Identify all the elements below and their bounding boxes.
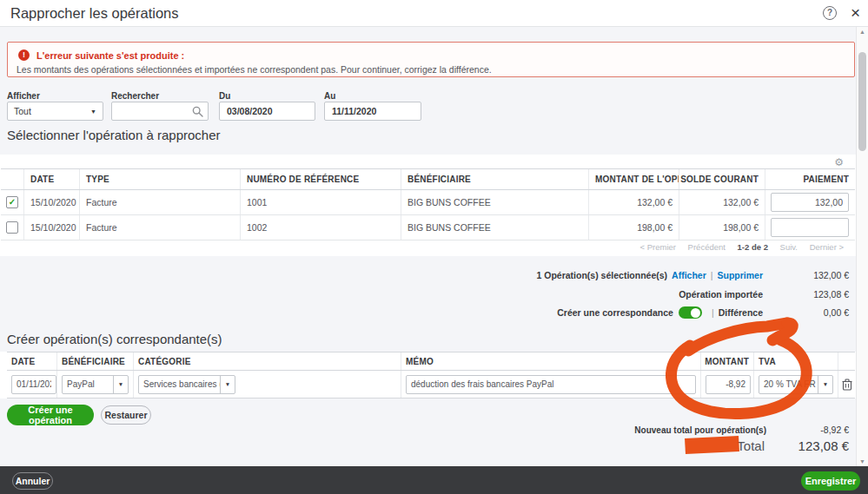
new-op-beneficiaire-select[interactable]: PayPal ▼	[62, 375, 129, 394]
scroll-up-icon[interactable]: ▲	[857, 29, 868, 35]
au-label: Au	[324, 91, 335, 101]
col2-beneficiaire: BÉNÉFICIAIRE	[57, 352, 134, 370]
imported-amount: 123,08 €	[763, 289, 849, 300]
footer-bar: Annuler Enregistrer	[0, 466, 868, 494]
col-solde-courant: SOLDE COURANT	[679, 169, 765, 189]
reconcile-dialog: Rapprocher les opérations ? × ▲ ▼ ! L'er…	[0, 0, 868, 494]
row2-paiement-input[interactable]	[771, 218, 849, 237]
new-op-montant-input[interactable]	[706, 375, 751, 394]
chevron-down-icon[interactable]: ▼	[113, 376, 128, 393]
difference-amount: 0,00 €	[763, 307, 849, 318]
col-paiement: PAIEMENT	[765, 169, 855, 189]
close-icon[interactable]: ×	[851, 3, 860, 23]
imported-label: Opération importée	[679, 289, 763, 300]
page-title: Rapprocher les opérations	[10, 5, 179, 22]
help-icon[interactable]: ?	[823, 6, 837, 20]
search-icon[interactable]	[192, 106, 203, 117]
row1-checkbox[interactable]: ✓	[6, 196, 18, 208]
gear-icon[interactable]: ⚙	[834, 156, 844, 168]
chevron-down-icon: ▼	[90, 109, 96, 115]
titlebar: Rapprocher les opérations ? ×	[0, 0, 868, 27]
pagination-last[interactable]: Dernier >	[810, 242, 844, 252]
table-row: 15/10/2020 Facture 1002 BIG BUNS COFFEE …	[1, 215, 855, 240]
create-table-header: DATE BÉNÉFICIAIRE CATÉGORIE MÉMO MONTANT…	[7, 352, 855, 371]
row1-ref: 1001	[241, 190, 401, 214]
operations-table-card: ⚙ DATE TYPE NUMÉRO DE RÉFÉRENCE BÉNÉFICI…	[0, 155, 856, 256]
error-banner: ! L'erreur suivante s'est produite : Les…	[7, 42, 855, 77]
rechercher-label: Rechercher	[111, 91, 159, 101]
row2-beneficiaire: BIG BUNS COFFEE	[401, 215, 589, 240]
pagination-range: 1-2 de 2	[738, 242, 768, 252]
pagination-prev[interactable]: Précédent	[688, 242, 726, 252]
categorie-value: Services bancaires (frais,	[139, 379, 220, 389]
row1-beneficiaire: BIG BUNS COFFEE	[401, 190, 589, 214]
selected-label: 1 Opération(s) sélectionnée(s)	[537, 270, 668, 280]
selected-summary-row: 1 Opération(s) sélectionnée(s) Afficher …	[0, 270, 849, 280]
toggle-label: Créer une correspondance	[557, 307, 673, 318]
col2-actions	[838, 352, 855, 370]
new-op-tva-select[interactable]: 20 % TVA FR (Ac ▼	[759, 375, 833, 394]
search-input[interactable]	[112, 102, 192, 120]
afficher-link[interactable]: Afficher	[672, 270, 706, 280]
row1-type: Facture	[80, 190, 241, 214]
vertical-scrollbar[interactable]: ▲ ▼	[856, 27, 868, 466]
du-label: Du	[219, 91, 230, 101]
save-button[interactable]: Enregistrer	[801, 471, 860, 491]
au-field	[324, 102, 421, 121]
trash-icon[interactable]	[842, 379, 852, 391]
row1-paiement-input[interactable]	[771, 193, 849, 212]
scrollbar-thumb[interactable]	[858, 52, 866, 151]
pagination: < Premier Précédent 1-2 de 2 Suiv. Derni…	[631, 242, 844, 252]
operations-table-header: DATE TYPE NUMÉRO DE RÉFÉRENCE BÉNÉFICIAI…	[1, 169, 855, 190]
du-field	[219, 102, 315, 121]
new-total-label: Nouveau total pour opération(s)	[634, 425, 766, 435]
create-table: DATE BÉNÉFICIAIRE CATÉGORIE MÉMO MONTANT…	[7, 352, 855, 398]
pagination-next[interactable]: Suiv.	[780, 242, 798, 252]
afficher-select[interactable]: Tout ▼	[7, 102, 103, 121]
col2-tva: TVA	[754, 352, 838, 370]
afficher-label: Afficher	[7, 91, 40, 101]
cancel-button[interactable]: Annuler	[12, 472, 53, 490]
afficher-value: Tout	[14, 106, 31, 116]
search-box	[111, 102, 209, 121]
chevron-down-icon[interactable]: ▼	[818, 376, 832, 393]
create-table-row: PayPal ▼ Services bancaires (frais, ▼ 20…	[7, 371, 855, 398]
new-op-memo-input[interactable]	[406, 375, 696, 394]
col-type: TYPE	[80, 169, 241, 189]
row2-type: Facture	[80, 215, 241, 240]
row1-montant: 132,00 €	[589, 190, 679, 214]
row2-montant: 198,00 €	[589, 215, 679, 240]
col-beneficiaire: BÉNÉFICIAIRE	[401, 169, 589, 189]
new-total-amount: -8,92 €	[766, 425, 849, 435]
row2-date: 15/10/2020	[24, 215, 80, 240]
beneficiaire-value: PayPal	[63, 379, 113, 389]
error-message: Les montants des opérations sélectionnée…	[17, 64, 492, 75]
create-table-card: DATE BÉNÉFICIAIRE CATÉGORIE MÉMO MONTANT…	[0, 352, 856, 398]
row1-solde: 132,00 €	[679, 190, 765, 214]
select-section-title: Sélectionner l'opération à rapprocher	[7, 128, 221, 142]
row2-solde: 198,00 €	[679, 215, 765, 240]
restore-button[interactable]: Restaurer	[101, 405, 151, 425]
col2-categorie: CATÉGORIE	[134, 352, 401, 370]
row2-ref: 1002	[241, 215, 401, 240]
scroll-down-icon[interactable]: ▼	[857, 458, 868, 464]
total-amount: 123,08 €	[765, 438, 849, 453]
col-montant-operation: MONTANT DE L'OPÉRATION	[589, 169, 679, 189]
create-operation-button[interactable]: Créer une opération	[7, 405, 94, 425]
col-ref: NUMÉRO DE RÉFÉRENCE	[241, 169, 401, 189]
create-match-toggle[interactable]	[679, 306, 702, 319]
col2-memo: MÉMO	[401, 352, 701, 370]
du-input[interactable]	[220, 102, 315, 120]
error-icon: !	[18, 49, 30, 61]
new-op-categorie-select[interactable]: Services bancaires (frais, ▼	[138, 375, 235, 394]
col2-date: DATE	[7, 352, 57, 370]
toggle-knob	[691, 308, 700, 318]
au-input[interactable]	[325, 102, 421, 120]
new-op-date-input[interactable]	[11, 375, 56, 394]
total-label: Total	[737, 438, 765, 453]
operations-table: DATE TYPE NUMÉRO DE RÉFÉRENCE BÉNÉFICIAI…	[1, 168, 855, 240]
chevron-down-icon[interactable]: ▼	[220, 376, 235, 393]
pagination-first[interactable]: < Premier	[640, 242, 676, 252]
row2-checkbox[interactable]	[6, 221, 18, 234]
supprimer-link[interactable]: Supprimer	[717, 270, 763, 280]
